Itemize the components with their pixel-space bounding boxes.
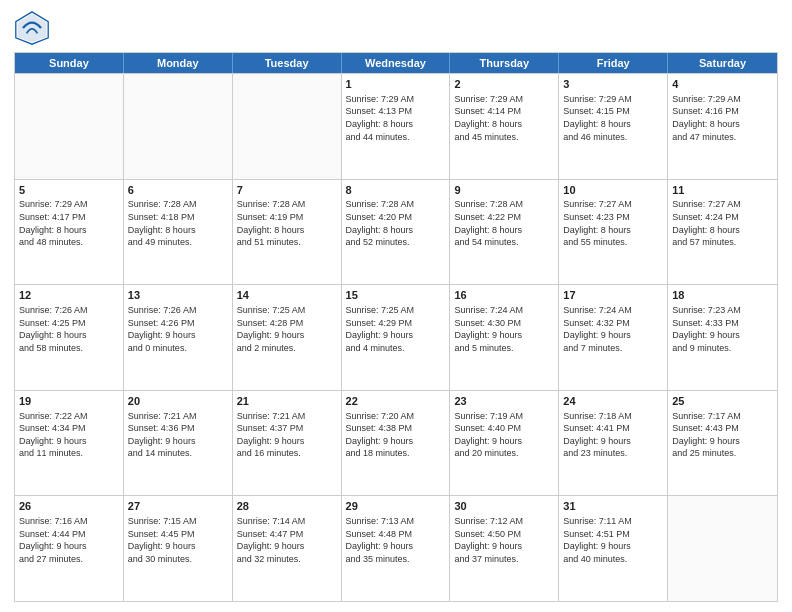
day-info: Sunrise: 7:22 AM Sunset: 4:34 PM Dayligh…: [19, 410, 119, 460]
calendar-day-cell: 14Sunrise: 7:25 AM Sunset: 4:28 PM Dayli…: [233, 285, 342, 390]
day-info: Sunrise: 7:25 AM Sunset: 4:28 PM Dayligh…: [237, 304, 337, 354]
calendar-day-cell: 24Sunrise: 7:18 AM Sunset: 4:41 PM Dayli…: [559, 391, 668, 496]
calendar-day-cell: 30Sunrise: 7:12 AM Sunset: 4:50 PM Dayli…: [450, 496, 559, 601]
day-number: 1: [346, 77, 446, 92]
weekday-header: Saturday: [668, 53, 777, 73]
day-info: Sunrise: 7:15 AM Sunset: 4:45 PM Dayligh…: [128, 515, 228, 565]
calendar-day-cell: 4Sunrise: 7:29 AM Sunset: 4:16 PM Daylig…: [668, 74, 777, 179]
day-info: Sunrise: 7:19 AM Sunset: 4:40 PM Dayligh…: [454, 410, 554, 460]
calendar-day-cell: 21Sunrise: 7:21 AM Sunset: 4:37 PM Dayli…: [233, 391, 342, 496]
day-info: Sunrise: 7:25 AM Sunset: 4:29 PM Dayligh…: [346, 304, 446, 354]
day-info: Sunrise: 7:20 AM Sunset: 4:38 PM Dayligh…: [346, 410, 446, 460]
calendar-day-cell: 8Sunrise: 7:28 AM Sunset: 4:20 PM Daylig…: [342, 180, 451, 285]
day-number: 21: [237, 394, 337, 409]
calendar-day-cell: 19Sunrise: 7:22 AM Sunset: 4:34 PM Dayli…: [15, 391, 124, 496]
day-number: 29: [346, 499, 446, 514]
calendar-day-cell: 22Sunrise: 7:20 AM Sunset: 4:38 PM Dayli…: [342, 391, 451, 496]
day-info: Sunrise: 7:26 AM Sunset: 4:26 PM Dayligh…: [128, 304, 228, 354]
calendar-day-cell: 1Sunrise: 7:29 AM Sunset: 4:13 PM Daylig…: [342, 74, 451, 179]
day-info: Sunrise: 7:11 AM Sunset: 4:51 PM Dayligh…: [563, 515, 663, 565]
calendar-row: 1Sunrise: 7:29 AM Sunset: 4:13 PM Daylig…: [15, 73, 777, 179]
day-number: 12: [19, 288, 119, 303]
calendar-day-cell: 27Sunrise: 7:15 AM Sunset: 4:45 PM Dayli…: [124, 496, 233, 601]
calendar-day-cell: 9Sunrise: 7:28 AM Sunset: 4:22 PM Daylig…: [450, 180, 559, 285]
day-info: Sunrise: 7:29 AM Sunset: 4:17 PM Dayligh…: [19, 198, 119, 248]
day-number: 14: [237, 288, 337, 303]
empty-cell: [668, 496, 777, 601]
day-number: 20: [128, 394, 228, 409]
weekday-header: Tuesday: [233, 53, 342, 73]
logo-icon: [14, 10, 50, 46]
day-info: Sunrise: 7:16 AM Sunset: 4:44 PM Dayligh…: [19, 515, 119, 565]
calendar-day-cell: 20Sunrise: 7:21 AM Sunset: 4:36 PM Dayli…: [124, 391, 233, 496]
calendar-day-cell: 18Sunrise: 7:23 AM Sunset: 4:33 PM Dayli…: [668, 285, 777, 390]
day-number: 30: [454, 499, 554, 514]
calendar-row: 26Sunrise: 7:16 AM Sunset: 4:44 PM Dayli…: [15, 495, 777, 601]
day-number: 17: [563, 288, 663, 303]
day-number: 24: [563, 394, 663, 409]
empty-cell: [233, 74, 342, 179]
day-number: 2: [454, 77, 554, 92]
day-number: 22: [346, 394, 446, 409]
day-number: 27: [128, 499, 228, 514]
day-number: 23: [454, 394, 554, 409]
calendar-day-cell: 26Sunrise: 7:16 AM Sunset: 4:44 PM Dayli…: [15, 496, 124, 601]
day-info: Sunrise: 7:24 AM Sunset: 4:32 PM Dayligh…: [563, 304, 663, 354]
calendar-day-cell: 25Sunrise: 7:17 AM Sunset: 4:43 PM Dayli…: [668, 391, 777, 496]
day-info: Sunrise: 7:29 AM Sunset: 4:14 PM Dayligh…: [454, 93, 554, 143]
day-number: 4: [672, 77, 773, 92]
logo: [14, 10, 54, 46]
day-info: Sunrise: 7:21 AM Sunset: 4:37 PM Dayligh…: [237, 410, 337, 460]
calendar-day-cell: 7Sunrise: 7:28 AM Sunset: 4:19 PM Daylig…: [233, 180, 342, 285]
calendar-day-cell: 28Sunrise: 7:14 AM Sunset: 4:47 PM Dayli…: [233, 496, 342, 601]
weekday-header: Monday: [124, 53, 233, 73]
day-number: 26: [19, 499, 119, 514]
day-info: Sunrise: 7:29 AM Sunset: 4:16 PM Dayligh…: [672, 93, 773, 143]
calendar-day-cell: 2Sunrise: 7:29 AM Sunset: 4:14 PM Daylig…: [450, 74, 559, 179]
day-info: Sunrise: 7:29 AM Sunset: 4:13 PM Dayligh…: [346, 93, 446, 143]
calendar-day-cell: 5Sunrise: 7:29 AM Sunset: 4:17 PM Daylig…: [15, 180, 124, 285]
empty-cell: [124, 74, 233, 179]
day-info: Sunrise: 7:28 AM Sunset: 4:22 PM Dayligh…: [454, 198, 554, 248]
calendar-day-cell: 12Sunrise: 7:26 AM Sunset: 4:25 PM Dayli…: [15, 285, 124, 390]
weekday-header: Thursday: [450, 53, 559, 73]
day-info: Sunrise: 7:18 AM Sunset: 4:41 PM Dayligh…: [563, 410, 663, 460]
weekday-header: Sunday: [15, 53, 124, 73]
calendar-day-cell: 17Sunrise: 7:24 AM Sunset: 4:32 PM Dayli…: [559, 285, 668, 390]
calendar-row: 12Sunrise: 7:26 AM Sunset: 4:25 PM Dayli…: [15, 284, 777, 390]
day-number: 25: [672, 394, 773, 409]
calendar-day-cell: 10Sunrise: 7:27 AM Sunset: 4:23 PM Dayli…: [559, 180, 668, 285]
weekday-header: Wednesday: [342, 53, 451, 73]
day-info: Sunrise: 7:28 AM Sunset: 4:20 PM Dayligh…: [346, 198, 446, 248]
header: [14, 10, 778, 46]
empty-cell: [15, 74, 124, 179]
calendar-day-cell: 3Sunrise: 7:29 AM Sunset: 4:15 PM Daylig…: [559, 74, 668, 179]
day-info: Sunrise: 7:29 AM Sunset: 4:15 PM Dayligh…: [563, 93, 663, 143]
day-number: 19: [19, 394, 119, 409]
day-number: 8: [346, 183, 446, 198]
day-info: Sunrise: 7:24 AM Sunset: 4:30 PM Dayligh…: [454, 304, 554, 354]
day-number: 9: [454, 183, 554, 198]
day-info: Sunrise: 7:23 AM Sunset: 4:33 PM Dayligh…: [672, 304, 773, 354]
day-number: 10: [563, 183, 663, 198]
day-info: Sunrise: 7:26 AM Sunset: 4:25 PM Dayligh…: [19, 304, 119, 354]
day-number: 6: [128, 183, 228, 198]
day-info: Sunrise: 7:28 AM Sunset: 4:18 PM Dayligh…: [128, 198, 228, 248]
day-info: Sunrise: 7:28 AM Sunset: 4:19 PM Dayligh…: [237, 198, 337, 248]
day-info: Sunrise: 7:27 AM Sunset: 4:23 PM Dayligh…: [563, 198, 663, 248]
calendar-header: SundayMondayTuesdayWednesdayThursdayFrid…: [15, 53, 777, 73]
day-number: 28: [237, 499, 337, 514]
calendar-day-cell: 29Sunrise: 7:13 AM Sunset: 4:48 PM Dayli…: [342, 496, 451, 601]
day-info: Sunrise: 7:12 AM Sunset: 4:50 PM Dayligh…: [454, 515, 554, 565]
calendar: SundayMondayTuesdayWednesdayThursdayFrid…: [14, 52, 778, 602]
day-info: Sunrise: 7:13 AM Sunset: 4:48 PM Dayligh…: [346, 515, 446, 565]
day-number: 31: [563, 499, 663, 514]
calendar-day-cell: 13Sunrise: 7:26 AM Sunset: 4:26 PM Dayli…: [124, 285, 233, 390]
day-info: Sunrise: 7:27 AM Sunset: 4:24 PM Dayligh…: [672, 198, 773, 248]
day-number: 18: [672, 288, 773, 303]
calendar-day-cell: 16Sunrise: 7:24 AM Sunset: 4:30 PM Dayli…: [450, 285, 559, 390]
calendar-day-cell: 15Sunrise: 7:25 AM Sunset: 4:29 PM Dayli…: [342, 285, 451, 390]
weekday-header: Friday: [559, 53, 668, 73]
calendar-day-cell: 23Sunrise: 7:19 AM Sunset: 4:40 PM Dayli…: [450, 391, 559, 496]
day-number: 11: [672, 183, 773, 198]
